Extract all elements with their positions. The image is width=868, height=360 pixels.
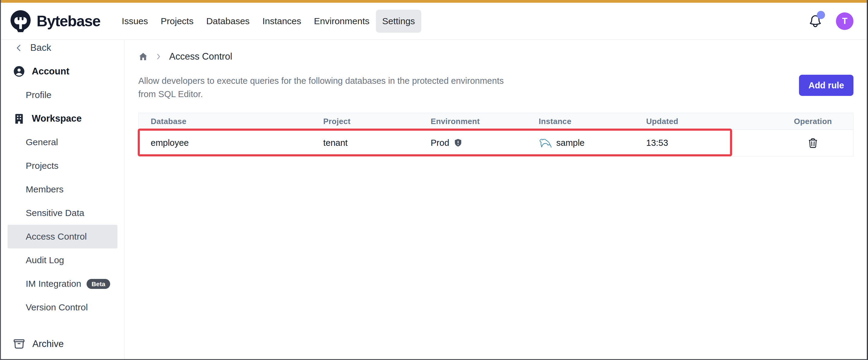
brand[interactable]: Bytebase (9, 10, 100, 33)
sidebar-group-account: Account (1, 60, 124, 83)
trash-icon (807, 138, 818, 149)
app-window: Bytebase Issues Projects Databases Insta… (0, 0, 868, 360)
sidebar-item-label: General (26, 137, 58, 147)
back-button[interactable]: Back (1, 40, 124, 60)
cell-operation (773, 138, 853, 149)
table-header-row: Database Project Environment Instance Up… (138, 113, 853, 129)
add-rule-button[interactable]: Add rule (799, 75, 854, 96)
sidebar-item-members[interactable]: Members (7, 177, 117, 201)
cell-database: employee (138, 138, 323, 148)
sidebar-item-label: Sensitive Data (26, 208, 84, 218)
back-label: Back (30, 42, 51, 53)
chevron-left-icon (15, 44, 23, 52)
shield-exclamation-icon (453, 138, 463, 148)
archive-box-icon (13, 338, 25, 350)
table-row: employee tenant Prod (138, 129, 853, 156)
column-header-updated: Updated (646, 117, 773, 126)
notifications-button[interactable] (808, 14, 823, 28)
sidebar-item-label: Members (26, 184, 64, 195)
delete-rule-button[interactable] (807, 138, 818, 149)
sidebar-item-label: IM Integration (26, 279, 81, 289)
column-header-operation: Operation (773, 117, 853, 126)
nav-item-databases[interactable]: Databases (200, 10, 256, 33)
navbar-right: T (808, 12, 854, 30)
nav-item-environments[interactable]: Environments (308, 10, 376, 33)
sidebar-item-profile[interactable]: Profile (7, 83, 117, 107)
archive-label: Archive (32, 338, 64, 350)
breadcrumb-current: Access Control (169, 51, 232, 62)
cell-project: tenant (323, 138, 431, 148)
column-header-database: Database (138, 117, 323, 126)
nav-item-issues[interactable]: Issues (115, 10, 154, 33)
sidebar-item-sensitive-data[interactable]: Sensitive Data (7, 201, 117, 225)
sidebar-item-label: Profile (26, 90, 52, 100)
sidebar-item-label: Projects (26, 161, 58, 171)
mysql-dolphin-icon (539, 138, 552, 148)
chevron-right-icon (155, 53, 162, 61)
sidebar-group-label: Workspace (32, 113, 82, 124)
sidebar-group-label: Account (32, 66, 69, 77)
sidebar-item-im-integration[interactable]: IM Integration Beta (7, 272, 117, 296)
settings-sidebar: Back Account Profile (1, 40, 124, 359)
page-description: Allow developers to execute queries for … (138, 74, 504, 101)
bytebase-logo-icon (9, 10, 32, 33)
user-avatar[interactable]: T (836, 12, 854, 30)
unread-badge-dot (817, 11, 825, 19)
access-control-table: Database Project Environment Instance Up… (138, 113, 854, 156)
cell-environment: Prod (431, 138, 539, 148)
beta-badge: Beta (87, 279, 110, 289)
user-circle-icon (13, 65, 25, 77)
main-content: Access Control Allow developers to execu… (124, 40, 867, 359)
column-header-project: Project (323, 117, 431, 126)
sidebar-item-label: Access Control (26, 231, 87, 242)
sidebar-item-general[interactable]: General (7, 130, 117, 154)
cell-instance: sample (539, 138, 646, 148)
environment-name: Prod (431, 138, 449, 148)
demo-banner-strip (1, 0, 867, 3)
sidebar-item-label: Version Control (26, 302, 88, 313)
sidebar-item-audit-log[interactable]: Audit Log (7, 249, 117, 272)
brand-wordmark: Bytebase (37, 12, 100, 30)
instance-name: sample (556, 138, 585, 148)
sidebar-item-version-control[interactable]: Version Control (7, 296, 117, 319)
sidebar-item-access-control[interactable]: Access Control (7, 225, 117, 249)
breadcrumb: Access Control (138, 47, 854, 66)
nav-item-projects[interactable]: Projects (154, 10, 200, 33)
sidebar-item-projects[interactable]: Projects (7, 154, 117, 177)
home-icon[interactable] (138, 52, 148, 61)
archive-button[interactable]: Archive (1, 334, 124, 354)
sidebar-item-label: Audit Log (26, 255, 64, 265)
sidebar-group-workspace: Workspace (1, 107, 124, 130)
column-header-instance: Instance (539, 117, 646, 126)
top-navbar: Bytebase Issues Projects Databases Insta… (1, 3, 867, 40)
column-header-environment: Environment (431, 117, 539, 126)
nav-item-instances[interactable]: Instances (256, 10, 308, 33)
main-nav: Issues Projects Databases Instances Envi… (115, 10, 421, 33)
building-icon (13, 112, 25, 125)
nav-item-settings[interactable]: Settings (376, 10, 421, 33)
cell-updated: 13:53 (646, 138, 773, 148)
